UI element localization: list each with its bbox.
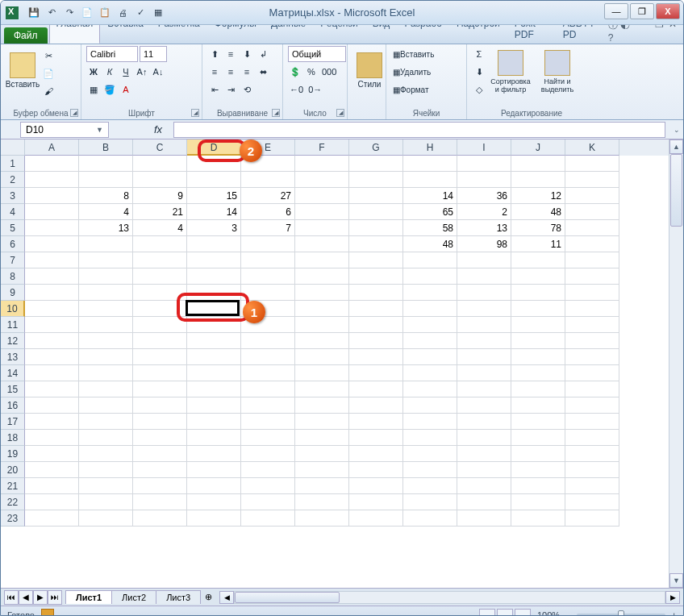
normal-view-button[interactable] [479,609,495,617]
cell-H9[interactable] [403,285,457,301]
qat-button-5[interactable]: 🖨 [115,6,130,20]
chevron-down-icon[interactable]: ▼ [96,126,103,134]
cell-F11[interactable] [295,317,349,333]
delete-cells-button[interactable]: ▦ Удалить [391,64,432,80]
cell-A1[interactable] [25,156,79,172]
zoom-in-button[interactable]: + [672,610,677,617]
cell-F17[interactable] [295,414,349,430]
cell-J9[interactable] [511,285,565,301]
cell-C9[interactable] [133,285,187,301]
cell-A21[interactable] [25,478,79,494]
cell-E8[interactable] [241,268,295,285]
cell-B9[interactable] [79,285,133,301]
cell-K2[interactable] [565,172,619,188]
align-mid-button[interactable]: ≡ [223,46,238,62]
minimize-button[interactable]: — [604,3,628,19]
cell-E16[interactable] [241,397,295,414]
cell-B8[interactable] [79,268,133,285]
hscroll-track[interactable] [234,591,665,604]
align-center-button[interactable]: ≡ [223,64,238,80]
cell-H19[interactable] [403,446,457,462]
row-header-15[interactable]: 15 [1,381,25,397]
name-box[interactable]: D10▼ [20,122,109,138]
sheet-tab-Лист3[interactable]: Лист3 [156,590,201,604]
cell-G22[interactable] [349,494,403,510]
row-header-3[interactable]: 3 [1,188,25,204]
cell-D8[interactable] [187,268,241,285]
cell-A12[interactable] [25,333,79,349]
cell-A16[interactable] [25,397,79,414]
cell-K22[interactable] [565,494,619,510]
cell-B22[interactable] [79,494,133,510]
col-header-A[interactable]: A [25,139,79,156]
clear-button[interactable]: ◇ [472,81,486,98]
cell-A5[interactable] [25,220,79,236]
cell-C22[interactable] [133,494,187,510]
cell-H2[interactable] [403,172,457,188]
scroll-thumb[interactable] [670,154,682,227]
row-header-14[interactable]: 14 [1,365,25,381]
cell-K16[interactable] [565,397,619,414]
cell-J16[interactable] [511,397,565,414]
cell-A7[interactable] [25,252,79,268]
page-layout-view-button[interactable] [497,609,513,617]
cell-K21[interactable] [565,478,619,494]
cell-I5[interactable]: 13 [457,220,511,236]
sheet-prev-button[interactable]: ◀ [19,590,33,605]
font-color-button[interactable]: A [119,81,133,98]
cell-K4[interactable] [565,204,619,220]
cell-J19[interactable] [511,446,565,462]
row-header-6[interactable]: 6 [1,236,25,252]
sheet-last-button[interactable]: ⏭ [48,590,62,605]
cell-G4[interactable] [349,204,403,220]
italic-button[interactable]: К [102,64,117,80]
cell-H11[interactable] [403,317,457,333]
page-break-view-button[interactable] [515,609,531,617]
col-header-B[interactable]: B [79,139,133,156]
sheet-first-button[interactable]: ⏮ [4,590,19,605]
cell-H18[interactable] [403,430,457,446]
cell-I11[interactable] [457,317,511,333]
cell-J4[interactable]: 48 [511,204,565,220]
cell-G17[interactable] [349,414,403,430]
border-button[interactable]: ▦ [86,81,101,98]
cell-I14[interactable] [457,365,511,381]
cell-J2[interactable] [511,172,565,188]
scroll-left-button[interactable]: ◀ [219,591,234,604]
cell-C7[interactable] [133,252,187,268]
cell-F23[interactable] [295,510,349,527]
cells-area[interactable]: 8915271436124211466524813437581378489811 [25,156,619,527]
cell-A14[interactable] [25,365,79,381]
col-header-D[interactable]: D [187,139,241,156]
cell-E2[interactable] [241,172,295,188]
cell-D5[interactable]: 3 [187,220,241,236]
cell-H20[interactable] [403,462,457,478]
cell-E9[interactable] [241,285,295,301]
close-button[interactable]: X [656,3,680,19]
cell-C4[interactable]: 21 [133,204,187,220]
cell-I15[interactable] [457,381,511,397]
row-header-13[interactable]: 13 [1,349,25,365]
cell-B10[interactable] [79,301,133,317]
col-header-F[interactable]: F [295,139,349,156]
cell-B7[interactable] [79,252,133,268]
cell-C13[interactable] [133,349,187,365]
row-header-1[interactable]: 1 [1,156,25,172]
cell-D1[interactable] [187,156,241,172]
cell-H12[interactable] [403,333,457,349]
cell-I17[interactable] [457,414,511,430]
cell-D11[interactable] [187,317,241,333]
cell-G12[interactable] [349,333,403,349]
cell-I10[interactable] [457,301,511,317]
cell-B3[interactable]: 8 [79,188,133,204]
cell-J15[interactable] [511,381,565,397]
cell-C17[interactable] [133,414,187,430]
cell-D14[interactable] [187,365,241,381]
vertical-scrollbar[interactable]: ▲ ▼ [669,139,683,588]
cell-C6[interactable] [133,236,187,252]
cell-B13[interactable] [79,349,133,365]
dialog-launcher-icon[interactable]: ◢ [70,109,78,117]
increase-font-button[interactable]: A↑ [135,64,149,80]
cell-K19[interactable] [565,446,619,462]
cell-G8[interactable] [349,268,403,285]
